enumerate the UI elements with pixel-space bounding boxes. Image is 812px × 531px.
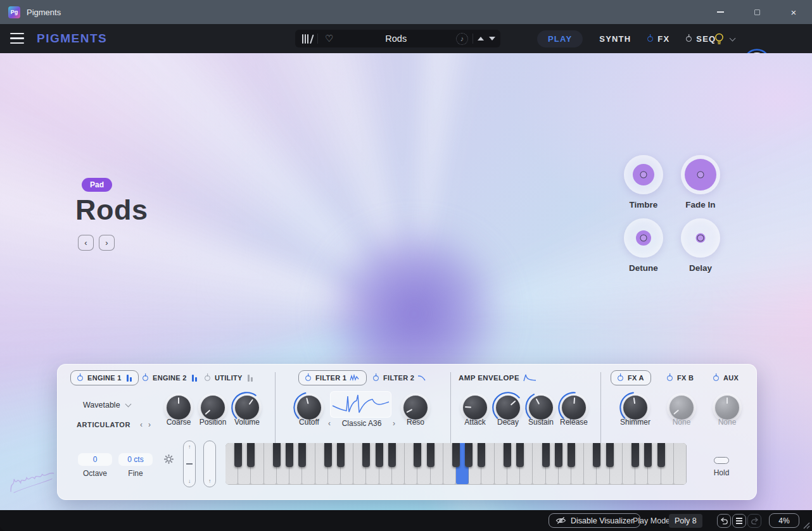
- preset-name[interactable]: Rods: [336, 34, 456, 44]
- black-key[interactable]: [427, 443, 435, 467]
- macro-grid: TimbreFade InDetuneDelay: [615, 155, 729, 282]
- preset-browser-bar: ♡ Rods ♪: [295, 30, 500, 47]
- titlebar: Pg Pigments ×: [0, 0, 812, 24]
- library-icon[interactable]: [300, 34, 313, 44]
- lowpass-filter-icon: [417, 374, 427, 382]
- utility-power-icon[interactable]: [205, 375, 210, 381]
- black-key[interactable]: [631, 443, 639, 467]
- wavetable-name[interactable]: Classic A36: [342, 419, 382, 428]
- tab-fx-a[interactable]: FX A: [611, 370, 651, 385]
- black-key[interactable]: [324, 443, 332, 467]
- macro-knob[interactable]: [624, 155, 663, 194]
- macro-knob[interactable]: [681, 155, 720, 194]
- black-key[interactable]: [337, 443, 345, 467]
- black-key[interactable]: [452, 443, 460, 467]
- black-key[interactable]: [465, 443, 473, 467]
- menu-icon[interactable]: [10, 33, 24, 44]
- black-key[interactable]: [606, 443, 614, 467]
- black-key[interactable]: [478, 443, 485, 467]
- black-key[interactable]: [542, 443, 550, 467]
- tab-engine-2[interactable]: ENGINE 2: [136, 370, 203, 385]
- fx-power-icon[interactable]: [647, 36, 653, 42]
- fxb-power-icon[interactable]: [667, 375, 673, 381]
- engine-type-select[interactable]: Wavetable: [83, 401, 165, 409]
- black-key[interactable]: [388, 443, 396, 467]
- keyboard-settings-gear-icon[interactable]: [164, 454, 174, 466]
- black-key[interactable]: [657, 443, 665, 467]
- tab-utility[interactable]: UTILITY: [198, 370, 259, 385]
- disable-visualizer-button[interactable]: Disable Visualizer: [549, 513, 640, 528]
- redo-button[interactable]: [747, 514, 761, 528]
- tab-aux[interactable]: AUX: [707, 370, 745, 385]
- history-list-button[interactable]: [732, 514, 746, 528]
- macro-knob[interactable]: [681, 218, 720, 258]
- favorite-icon[interactable]: ♡: [322, 33, 336, 44]
- filter2-power-icon[interactable]: [373, 375, 379, 381]
- black-key[interactable]: [516, 443, 524, 467]
- filter1-power-icon[interactable]: [305, 375, 311, 381]
- minimize-button[interactable]: [702, 0, 739, 24]
- articulator-next-icon[interactable]: ›: [148, 420, 151, 429]
- black-key[interactable]: [298, 443, 306, 467]
- black-key[interactable]: [376, 443, 383, 467]
- black-key[interactable]: [273, 443, 281, 467]
- black-key[interactable]: [568, 443, 575, 467]
- tab-seq[interactable]: SEQ: [686, 34, 716, 44]
- eye-slash-icon: [555, 516, 566, 525]
- articulator-prev-icon[interactable]: ‹: [140, 420, 143, 429]
- tab-synth[interactable]: SYNTH: [599, 34, 631, 44]
- resize-grip[interactable]: [802, 521, 810, 529]
- black-key[interactable]: [247, 443, 255, 467]
- keyboard[interactable]: [225, 443, 687, 485]
- app-icon: Pg: [8, 6, 20, 18]
- window-controls: ×: [702, 0, 812, 24]
- black-key[interactable]: [414, 443, 421, 467]
- redo-icon: [751, 517, 759, 525]
- play-mode-label: Play Mode: [633, 516, 670, 525]
- white-key[interactable]: [674, 443, 687, 484]
- amp-envelope-title: AMP ENVELOPE: [459, 373, 537, 382]
- engine1-power-icon[interactable]: [77, 375, 83, 381]
- maximize-button[interactable]: [739, 0, 775, 24]
- hold-toggle[interactable]: [714, 457, 729, 464]
- black-key[interactable]: [234, 443, 242, 467]
- aux-power-icon[interactable]: [713, 375, 719, 381]
- preset-next-icon[interactable]: [489, 37, 495, 41]
- undo-button[interactable]: [717, 514, 731, 528]
- next-preset-button[interactable]: ›: [99, 235, 115, 251]
- wavetable-display[interactable]: [330, 391, 391, 418]
- tips-button[interactable]: [713, 32, 735, 46]
- previous-preset-button[interactable]: ‹: [78, 235, 94, 251]
- black-key[interactable]: [644, 443, 652, 467]
- black-key[interactable]: [593, 443, 600, 467]
- pitch-bend-wheel[interactable]: ↑↓: [183, 440, 196, 487]
- black-key[interactable]: [286, 443, 293, 467]
- octave-field[interactable]: 0: [78, 453, 112, 466]
- black-key[interactable]: [555, 443, 562, 467]
- engine1-level-meter-icon: [127, 374, 132, 382]
- macro-detune: Detune: [615, 218, 672, 282]
- envelope-icon: [523, 373, 537, 382]
- cpu-meter[interactable]: 4%: [769, 513, 799, 528]
- macro-knob[interactable]: [624, 218, 663, 258]
- preset-suggest-icon[interactable]: ♪: [456, 33, 468, 45]
- poly-mode-value[interactable]: Poly 8: [669, 514, 702, 528]
- tab-fx-b[interactable]: FX B: [661, 370, 700, 385]
- tab-play[interactable]: PLAY: [537, 30, 583, 47]
- macro-label: Detune: [615, 263, 672, 273]
- black-key[interactable]: [504, 443, 511, 467]
- tab-filter-1[interactable]: FILTER 1: [298, 370, 367, 385]
- tab-filter-2[interactable]: FILTER 2: [367, 370, 433, 385]
- close-button[interactable]: ×: [775, 0, 812, 24]
- preset-type-badge: Pad: [82, 178, 112, 192]
- tab-fx[interactable]: FX: [647, 34, 669, 44]
- preset-previous-icon[interactable]: [478, 37, 484, 41]
- tab-engine-1[interactable]: ENGINE 1: [70, 370, 139, 385]
- fine-field[interactable]: 0 cts: [118, 453, 153, 466]
- app-title: Pigments: [27, 8, 61, 17]
- engine2-power-icon[interactable]: [143, 375, 148, 381]
- seq-power-icon[interactable]: [686, 36, 692, 42]
- mod-wheel[interactable]: ↑: [203, 440, 216, 487]
- fxa-power-icon[interactable]: [618, 375, 623, 381]
- black-key[interactable]: [362, 443, 370, 467]
